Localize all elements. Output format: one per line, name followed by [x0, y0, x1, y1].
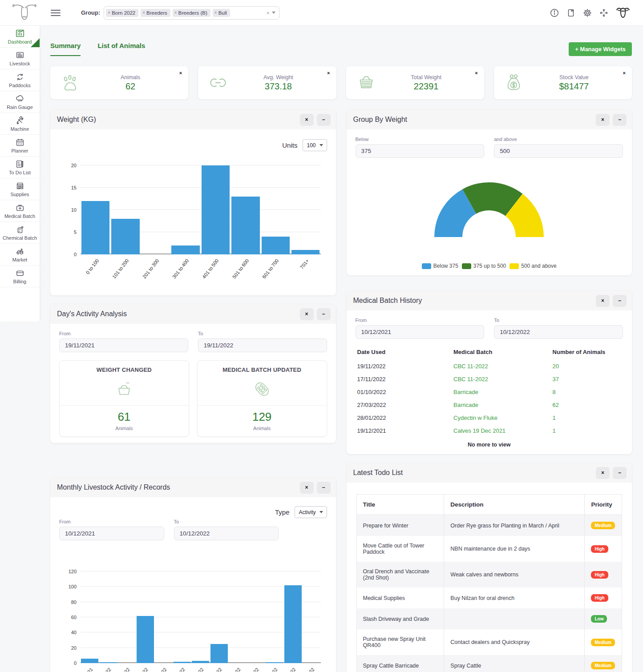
remove-tag-icon[interactable]: × [174, 10, 177, 15]
tab-list-of-animals[interactable]: List of Animals [97, 42, 145, 56]
sidebar-item-machine[interactable]: Machine [0, 113, 40, 135]
medical-batch-link[interactable]: Cydectin w Fluke [453, 414, 497, 421]
medical-batch-updated-card: MEDICAL BATCH UPDATED 129 Animals [197, 360, 327, 437]
move-icon[interactable] [599, 8, 609, 18]
from-date-input[interactable] [356, 325, 485, 339]
close-icon[interactable]: × [300, 482, 314, 494]
table-row: 19/11/2022CBC 11-202220 [356, 360, 623, 373]
number-of-animals-cell: 37 [551, 373, 623, 386]
minimize-icon[interactable]: − [613, 467, 627, 479]
x-axis-label: 701+ [275, 258, 310, 295]
group-by-weight-gauge [433, 181, 545, 238]
notebook-icon[interactable] [566, 8, 576, 18]
group-tag[interactable]: ×Born 2022 [106, 9, 138, 17]
priority-badge: High [591, 545, 608, 553]
bar [81, 201, 109, 254]
number-of-animals-cell: 8 [551, 386, 623, 398]
sidebar-item-medical-batch[interactable]: Medical Batch [0, 200, 40, 222]
y-axis-tick: 20 [71, 645, 77, 651]
sidebar-item-to-do-list[interactable]: To Do List [0, 157, 40, 178]
todo-table: Title Description Priority Prepare for W… [356, 494, 623, 672]
card-title: WEIGHT CHANGED [60, 361, 189, 373]
close-icon[interactable]: × [596, 295, 610, 307]
remove-tag-icon[interactable]: × [108, 10, 110, 15]
sidebar-item-label: Medical Batch [4, 213, 35, 219]
remove-tag-icon[interactable]: × [214, 10, 217, 15]
from-date-input[interactable] [59, 527, 164, 540]
medical-batch-link[interactable]: Barricade [453, 389, 478, 395]
clear-icon[interactable]: × [267, 10, 269, 16]
medical-batch-link[interactable]: CBC 11-2022 [453, 376, 488, 382]
group-tag[interactable]: ×Breeders [141, 9, 170, 17]
bar [81, 659, 98, 663]
chevron-down-icon[interactable] [272, 12, 275, 14]
cowboy-avatar-icon[interactable] [615, 5, 631, 20]
settings-icon[interactable] [582, 8, 592, 18]
group-multiselect[interactable]: ×Born 2022×Breeders×Breeders (B)×Bull × [104, 6, 279, 20]
close-icon[interactable]: × [623, 70, 626, 76]
medical-batch-link[interactable]: Barricade [453, 402, 478, 408]
widget-latest-todo-list: Latest Todo List × − Title Description P… [347, 463, 632, 672]
close-icon[interactable]: × [596, 114, 610, 126]
x-axis-label: 401 to 500 [186, 258, 220, 295]
sidebar-item-rain-gauge[interactable]: Rain Gauge [0, 91, 40, 113]
y-axis-tick: 5 [74, 229, 77, 235]
to-label: To [494, 318, 623, 323]
to-date-input[interactable] [174, 527, 279, 540]
minimize-icon[interactable]: − [613, 114, 627, 126]
legend-item: Below 375 [422, 263, 458, 269]
from-label: From [59, 519, 164, 524]
type-select[interactable]: Activity [295, 506, 327, 518]
sidebar-item-chemical-batch[interactable]: Chemical Batch [0, 222, 40, 244]
main-content: Summary List of Animals + Manage Widgets… [40, 26, 643, 672]
to-date-input[interactable] [198, 338, 327, 352]
medical-batch-cell: Calves 19 Dec 2021 [452, 424, 551, 437]
group-tag-label: Born 2022 [112, 10, 135, 16]
date-used-cell: 19/12/2021 [356, 424, 452, 437]
minimize-icon[interactable]: − [317, 482, 331, 494]
info-icon[interactable] [550, 8, 559, 18]
widget-medical-batch-history: Medical Batch History × − From To [347, 291, 632, 454]
manage-widgets-button[interactable]: + Manage Widgets [569, 42, 632, 56]
x-axis-label: Jul 22 [186, 667, 223, 672]
to-date-input[interactable] [494, 325, 623, 339]
sidebar-item-livestock[interactable]: Livestock [0, 48, 40, 69]
close-icon[interactable]: × [179, 70, 182, 76]
todo-title-cell: Oral Drench and Vaccinate (2nd Shot) [356, 562, 444, 587]
close-icon[interactable]: × [327, 70, 330, 76]
sidebar-item-market[interactable]: Market [0, 244, 40, 266]
sidebar-item-supplies[interactable]: Supplies [0, 178, 40, 200]
below-weight-input[interactable] [356, 144, 485, 158]
from-date-input[interactable] [59, 338, 188, 352]
group-tag-label: Breeders (B) [178, 10, 207, 16]
sidebar-item-paddocks[interactable]: Paddocks [0, 69, 40, 91]
close-icon[interactable]: × [300, 114, 314, 126]
tab-summary[interactable]: Summary [50, 42, 81, 56]
legend-label: Below 375 [433, 263, 458, 269]
minimize-icon[interactable]: − [317, 114, 331, 126]
todo-description-cell: Spray Cattle [444, 655, 585, 672]
date-used-cell: 19/11/2022 [356, 360, 452, 373]
sidebar-item-label: Livestock [10, 61, 30, 66]
minimize-icon[interactable]: − [317, 308, 331, 320]
group-tag[interactable]: ×Breeders (B) [173, 9, 210, 17]
remove-tag-icon[interactable]: × [142, 10, 145, 15]
sidebar-item-planner[interactable]: Planner [0, 135, 40, 157]
close-icon[interactable]: × [596, 467, 610, 479]
group-tag[interactable]: ×Bull [213, 9, 230, 17]
x-axis-label: Oct 22 [242, 667, 279, 672]
minimize-icon[interactable]: − [613, 295, 627, 307]
close-icon[interactable]: × [475, 70, 477, 76]
legend-label: 375 up to 500 [473, 263, 506, 269]
above-label: and above [494, 137, 623, 142]
close-icon[interactable]: × [300, 308, 314, 320]
number-of-animals-cell: 20 [551, 360, 623, 373]
medical-batch-link[interactable]: Calves 19 Dec 2021 [453, 427, 506, 434]
units-select[interactable]: 100 [303, 139, 327, 151]
menu-icon[interactable] [51, 8, 61, 18]
medical-batch-link[interactable]: CBC 11-2022 [453, 363, 488, 370]
priority-badge: Low [591, 615, 607, 623]
sidebar-item-billing[interactable]: Billing [0, 266, 40, 287]
above-weight-input[interactable] [494, 144, 623, 158]
sidebar-item-dashboard[interactable]: Dashboard [0, 26, 40, 48]
